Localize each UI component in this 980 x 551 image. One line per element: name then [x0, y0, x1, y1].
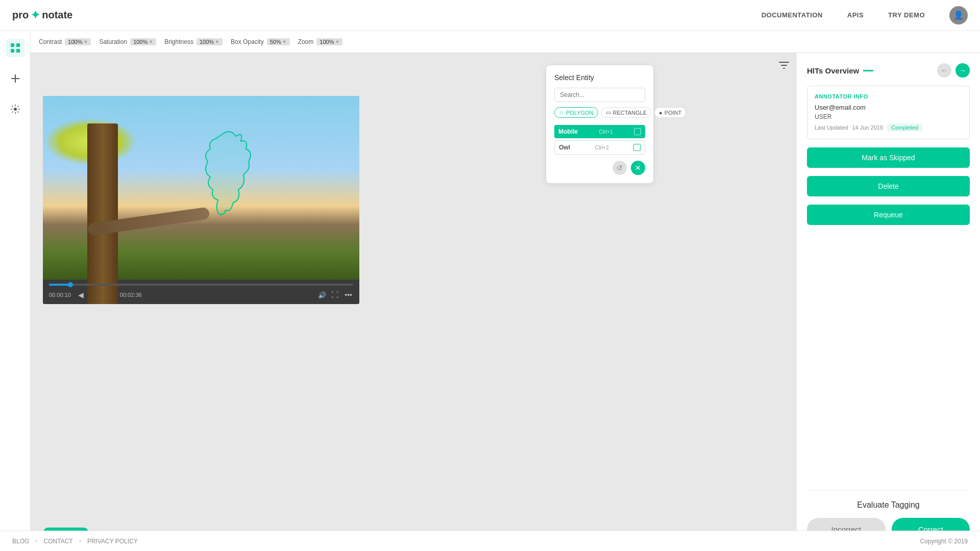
sidebar-settings-icon[interactable] [6, 100, 24, 118]
hits-header: HITs Overview ← → [807, 63, 970, 78]
mobile-entity-label: Mobile [558, 128, 578, 135]
svg-rect-1 [16, 43, 20, 47]
box-opacity-control: Box Opacity 50% ▼ [231, 38, 290, 45]
video-panel: 00:00:10 ◀ ⏸ ▶ 00:02:36 🔊 ⛶ ••• [31, 53, 796, 551]
nav-documentation[interactable]: DOCUMENTATION [762, 11, 823, 19]
point-button[interactable]: ● POINT [654, 107, 686, 118]
entity-panel: Select Entity ☆ POLYGON ▭ RECTANGLE ● [546, 65, 653, 183]
mobile-shortcut: Ctrl+1 [599, 129, 613, 135]
filter-icon [777, 58, 791, 72]
expand-button[interactable]: ⛶ [330, 290, 339, 300]
footer-contact-link[interactable]: CONTACT [44, 538, 73, 545]
footer: BLOG • CONTACT • PRIVACY POLICY Copyrigh… [0, 531, 980, 551]
prev-frame-button[interactable]: ◀ [77, 290, 85, 300]
undo-button[interactable]: ↺ [612, 161, 627, 175]
hits-nav: ← → [937, 63, 970, 78]
logo-text-post: notate [42, 9, 72, 21]
progress-fill [49, 284, 70, 286]
footer-dot-2: • [79, 538, 81, 545]
saturation-label: Saturation [99, 38, 127, 45]
annotator-card: ANNOTATOR INFO User@email.com USER Last … [807, 86, 970, 139]
polygon-icon: ☆ [559, 109, 564, 116]
saturation-control: Saturation 100% ▼ [99, 38, 156, 45]
time-total: 00:02:36 [120, 292, 142, 298]
volume-icon[interactable]: 🔊 [318, 291, 326, 299]
hits-prev-button[interactable]: ← [937, 63, 951, 78]
owl-entity-label: Owl [559, 144, 570, 151]
footer-copyright: Copyright © 2019 [920, 538, 968, 545]
svg-point-6 [14, 108, 17, 111]
hits-title-line [863, 70, 873, 71]
more-options-button[interactable]: ••• [344, 290, 353, 300]
box-opacity-value[interactable]: 50% ▼ [267, 38, 290, 45]
evaluate-title: Evaluate Tagging [807, 500, 970, 510]
zoom-control: Zoom 100% ▼ [298, 38, 343, 45]
rectangle-icon: ▭ [606, 109, 611, 116]
svg-rect-2 [11, 49, 14, 53]
header-nav: DOCUMENTATION APIs TRY DEMO 👤 [762, 6, 968, 24]
svg-rect-0 [11, 43, 14, 47]
tree-trunk [87, 123, 118, 304]
user-avatar[interactable]: 👤 [949, 6, 968, 24]
time-current: 00:00:10 [49, 292, 71, 298]
point-icon: ● [659, 110, 663, 116]
footer-dot-1: • [35, 538, 37, 545]
app-layout: Contrast 100% ▼ Saturation 100% ▼ Bright… [0, 31, 980, 551]
requeue-button[interactable]: Requeue [807, 205, 970, 225]
close-entity-button[interactable]: ✕ [631, 161, 645, 175]
zoom-value[interactable]: 100% ▼ [316, 38, 342, 45]
brightness-value[interactable]: 100% ▼ [197, 38, 223, 45]
owl-shortcut: Ctrl+2 [595, 145, 609, 151]
nav-apis[interactable]: APIs [847, 11, 864, 19]
footer-privacy-link[interactable]: PRIVACY POLICY [87, 538, 138, 545]
filter-icon-area[interactable] [777, 58, 791, 74]
annotator-info-label: ANNOTATOR INFO [815, 93, 962, 99]
left-sidebar [0, 31, 31, 551]
box-opacity-label: Box Opacity [231, 38, 264, 45]
video-container: 00:00:10 ◀ ⏸ ▶ 00:02:36 🔊 ⛶ ••• [43, 96, 359, 304]
contrast-control: Contrast 100% ▼ [39, 38, 91, 45]
hits-next-button[interactable]: → [955, 63, 970, 78]
entity-search-input[interactable] [554, 88, 645, 102]
svg-rect-3 [16, 49, 20, 53]
logo[interactable]: pro ✦ notate [12, 9, 72, 22]
bird-polygon-outline [195, 123, 256, 226]
sidebar-grid-icon[interactable] [6, 39, 24, 57]
annotator-role: USER [815, 113, 962, 120]
annotator-email: User@email.com [815, 104, 962, 111]
owl-checkbox[interactable] [633, 144, 641, 151]
entity-item-owl[interactable]: Owl Ctrl+2 [554, 140, 645, 155]
last-updated-date: 14 Jun 2019 [852, 124, 883, 131]
header: pro ✦ notate DOCUMENTATION APIs TRY DEMO… [0, 0, 980, 31]
footer-blog-link[interactable]: BLOG [12, 538, 29, 545]
shape-buttons: ☆ POLYGON ▭ RECTANGLE ● POINT [554, 107, 645, 118]
main-content: Contrast 100% ▼ Saturation 100% ▼ Bright… [31, 31, 980, 551]
brightness-control: Brightness 100% ▼ [164, 38, 223, 45]
content-area: 00:00:10 ◀ ⏸ ▶ 00:02:36 🔊 ⛶ ••• [31, 53, 980, 551]
polygon-button[interactable]: ☆ POLYGON [554, 107, 598, 118]
contrast-label: Contrast [39, 38, 62, 45]
mobile-checkbox[interactable] [634, 128, 641, 135]
rectangle-button[interactable]: ▭ RECTANGLE [601, 107, 651, 118]
contrast-value[interactable]: 100% ▼ [65, 38, 91, 45]
hits-title: HITs Overview [807, 66, 873, 75]
entity-panel-title: Select Entity [554, 73, 645, 82]
logo-text-pre: pro [12, 9, 29, 21]
entity-item-mobile[interactable]: Mobile Ctrl+1 [554, 125, 645, 138]
hits-title-text: HITs Overview [807, 66, 859, 75]
progress-bar[interactable] [49, 284, 353, 286]
brightness-label: Brightness [164, 38, 193, 45]
right-panel: HITs Overview ← → ANNOTATOR INFO User@em… [796, 53, 980, 551]
nav-try-demo[interactable]: TRY DEMO [888, 11, 925, 19]
toolbar: Contrast 100% ▼ Saturation 100% ▼ Bright… [31, 31, 980, 53]
saturation-value[interactable]: 100% ▼ [130, 38, 156, 45]
progress-dot [68, 282, 73, 287]
delete-button[interactable]: Delete [807, 176, 970, 196]
last-updated-label: Last Updated [815, 124, 848, 131]
sidebar-add-icon[interactable] [6, 69, 24, 88]
annotator-meta: Last Updated 14 Jun 2019 Completed [815, 123, 962, 132]
completed-badge: Completed [887, 123, 922, 132]
mark-skipped-button[interactable]: Mark as Skipped [807, 147, 970, 168]
footer-links: BLOG • CONTACT • PRIVACY POLICY [12, 538, 138, 545]
logo-icon: ✦ [31, 9, 40, 22]
